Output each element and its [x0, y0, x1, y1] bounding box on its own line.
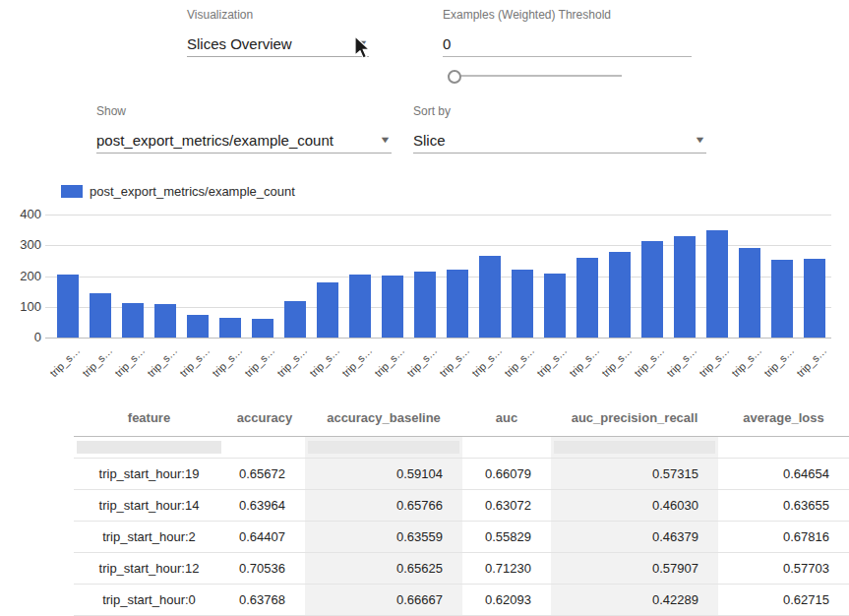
feature-cell: trip_start_hour:12 [74, 553, 224, 585]
bar[interactable] [576, 258, 598, 338]
bar[interactable] [641, 241, 663, 338]
bar[interactable] [447, 270, 468, 338]
metric-value-cell: 0.66079 [462, 459, 551, 490]
bar[interactable] [284, 301, 306, 339]
bar[interactable] [771, 260, 793, 338]
column-filter-input[interactable] [554, 441, 715, 454]
bar[interactable] [382, 276, 403, 338]
metric-value-cell: 0.62715 [718, 585, 849, 616]
metrics-table: featureaccuracyaccuracy_baselineaucauc_p… [74, 399, 849, 616]
bar[interactable] [317, 282, 338, 338]
feature-cell: trip_start_hour:19 [74, 459, 224, 490]
filter-cell [305, 437, 462, 459]
metric-value-cell: 0.57315 [551, 459, 718, 490]
filter-cell [462, 437, 551, 459]
metrics-table-body: trip_start_hour:190.656720.591040.660790… [74, 459, 849, 616]
metric-value-cell: 0.46379 [551, 522, 718, 553]
y-axis-tick: 0 [0, 330, 41, 345]
metric-value-cell: 0.70536 [224, 553, 305, 585]
filter-cell [551, 437, 718, 459]
bar-chart: 0100200300400trip_s…trip_s…trip_s…trip_s… [0, 0, 849, 394]
metric-value-cell: 0.55829 [462, 522, 551, 553]
table-row[interactable]: trip_start_hour:00.637680.666670.620930.… [74, 585, 849, 616]
column-filter-input[interactable] [308, 441, 459, 454]
column-header[interactable]: auc [462, 399, 551, 437]
metric-value-cell: 0.57907 [551, 553, 718, 585]
metric-value-cell: 0.63655 [718, 490, 849, 522]
bar[interactable] [609, 252, 631, 338]
bar[interactable] [219, 318, 241, 338]
y-axis-tick: 200 [0, 269, 41, 284]
y-axis-tick: 400 [0, 207, 41, 222]
metric-value-cell: 0.65625 [305, 553, 462, 585]
metric-value-cell: 0.46030 [551, 490, 718, 522]
metric-value-cell: 0.63964 [224, 490, 305, 522]
metric-value-cell: 0.59104 [305, 459, 462, 490]
bar[interactable] [512, 270, 533, 338]
feature-cell: trip_start_hour:0 [74, 585, 224, 616]
y-axis-tick: 300 [0, 237, 41, 253]
bar[interactable] [90, 293, 111, 338]
metric-value-cell: 0.65672 [224, 459, 305, 490]
table-row[interactable]: trip_start_hour:120.705360.656250.712300… [74, 553, 849, 585]
metric-value-cell: 0.71230 [462, 553, 551, 585]
bar[interactable] [706, 230, 728, 338]
bar[interactable] [252, 319, 273, 338]
table-row[interactable]: trip_start_hour:20.644070.635590.558290.… [74, 522, 849, 553]
column-header[interactable]: auc_precision_recall [551, 399, 718, 437]
bar[interactable] [122, 303, 144, 338]
metric-value-cell: 0.63072 [462, 490, 551, 522]
filter-cell [224, 437, 305, 459]
filter-cell [718, 437, 849, 459]
metric-value-cell: 0.67816 [718, 522, 849, 553]
bar[interactable] [57, 275, 79, 338]
metric-value-cell: 0.64654 [718, 459, 849, 490]
feature-cell: trip_start_hour:14 [74, 490, 224, 522]
table-filter-row [74, 437, 849, 459]
bar[interactable] [544, 274, 566, 338]
bar[interactable] [187, 315, 209, 338]
column-header[interactable]: accuracy_baseline [305, 399, 462, 437]
bar[interactable] [804, 259, 825, 338]
table-row[interactable]: trip_start_hour:140.639640.657660.630720… [74, 490, 849, 522]
metrics-table-grid: featureaccuracyaccuracy_baselineaucauc_p… [74, 399, 849, 616]
table-row[interactable]: trip_start_hour:190.656720.591040.660790… [74, 459, 849, 490]
bar[interactable] [414, 272, 436, 338]
filter-cell [74, 437, 224, 459]
metric-value-cell: 0.62093 [462, 585, 551, 616]
gridline [45, 215, 831, 216]
column-header[interactable]: average_loss [718, 399, 849, 437]
metric-value-cell: 0.42289 [551, 585, 718, 616]
metric-value-cell: 0.65766 [305, 490, 462, 522]
metric-value-cell: 0.57703 [718, 553, 849, 585]
bar[interactable] [154, 304, 176, 338]
metric-value-cell: 0.63768 [224, 585, 305, 616]
y-axis-tick: 100 [0, 299, 41, 315]
column-header[interactable]: feature [74, 399, 224, 437]
bar[interactable] [479, 256, 501, 338]
gridline [45, 338, 831, 339]
bar[interactable] [739, 248, 760, 338]
column-header[interactable]: accuracy [224, 399, 305, 437]
bar[interactable] [674, 236, 696, 338]
mouse-cursor [353, 35, 373, 61]
metric-value-cell: 0.66667 [305, 585, 462, 616]
feature-cell: trip_start_hour:2 [74, 522, 224, 553]
table-header-row: featureaccuracyaccuracy_baselineaucauc_p… [74, 399, 849, 437]
column-filter-input[interactable] [77, 441, 221, 454]
bar[interactable] [349, 275, 371, 338]
metric-value-cell: 0.64407 [224, 522, 305, 553]
metric-value-cell: 0.63559 [305, 522, 462, 553]
